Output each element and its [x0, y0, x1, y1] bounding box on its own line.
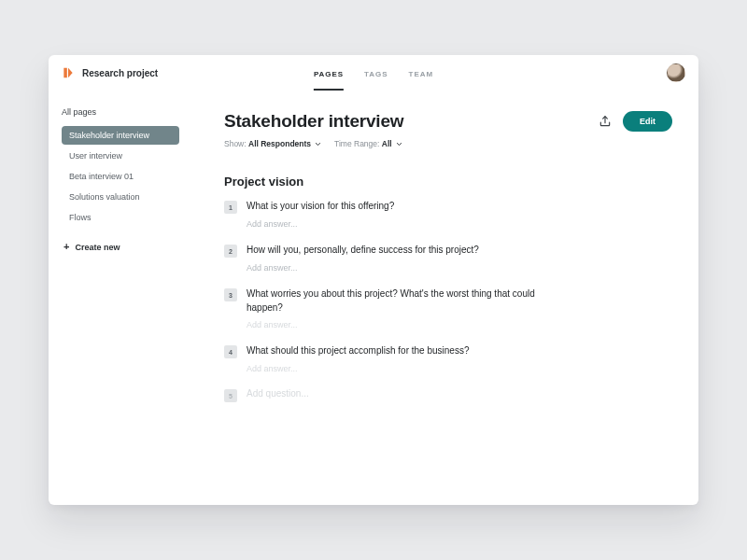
filter-time-value: All: [382, 139, 392, 148]
question-number: 3: [224, 288, 237, 301]
sidebar: All pages Stakeholder interview User int…: [49, 91, 189, 505]
create-new-label: Create new: [75, 243, 120, 252]
body: All pages Stakeholder interview User int…: [49, 91, 698, 505]
sidebar-item-beta-interview-01[interactable]: Beta interview 01: [62, 167, 179, 186]
question-number: 4: [224, 345, 237, 358]
share-icon[interactable]: [599, 115, 612, 128]
top-bar: Research project PAGES TAGS TEAM: [49, 55, 698, 91]
sidebar-item-user-interview[interactable]: User interview: [62, 147, 179, 165]
add-question-input[interactable]: Add question...: [247, 388, 309, 399]
title-row: Stakeholder interview Edit: [224, 111, 672, 132]
filter-show-dropdown[interactable]: All Respondents: [248, 139, 321, 148]
brand: Research project: [62, 66, 158, 79]
question-text: What worries you about this project? Wha…: [247, 287, 545, 315]
sidebar-item-stakeholder-interview[interactable]: Stakeholder interview: [62, 126, 179, 145]
question-row: 2 How will you, personally, define succe…: [224, 244, 672, 258]
question-text: How will you, personally, define success…: [247, 244, 479, 258]
filter-time-dropdown[interactable]: All: [382, 139, 402, 148]
tab-tags[interactable]: TAGS: [364, 55, 388, 91]
plus-icon: +: [63, 242, 69, 252]
question-number: 5: [224, 389, 237, 402]
filter-show-value: All Respondents: [248, 139, 311, 148]
question-number: 2: [224, 245, 237, 258]
tab-team[interactable]: TEAM: [409, 55, 434, 91]
question-row: 4 What should this project accomplish fo…: [224, 344, 672, 358]
chevron-down-icon: [315, 141, 321, 147]
project-title: Research project: [82, 68, 158, 78]
section-title: Project vision: [224, 175, 672, 189]
page-title: Stakeholder interview: [224, 111, 403, 132]
filter-show: Show: All Respondents: [224, 139, 321, 148]
create-new-button[interactable]: + Create new: [62, 238, 179, 256]
sidebar-item-solutions-valuation[interactable]: Solutions valuation: [62, 188, 179, 206]
title-actions: Edit: [599, 111, 672, 132]
logo-icon: [62, 66, 75, 79]
nav-tabs: PAGES TAGS TEAM: [314, 55, 433, 91]
avatar[interactable]: [667, 63, 685, 82]
question-number: 1: [224, 201, 237, 214]
add-question-row: 5 Add question...: [224, 388, 672, 402]
filter-time: Time Range: All: [334, 139, 402, 148]
question-text: What is your vision for this offering?: [247, 200, 394, 214]
add-answer-input[interactable]: Add answer...: [247, 219, 672, 229]
question-text: What should this project accomplish for …: [247, 344, 469, 358]
question-row: 3 What worries you about this project? W…: [224, 287, 672, 315]
sidebar-item-flows[interactable]: Flows: [62, 208, 179, 227]
filters-row: Show: All Respondents Time Range: All: [224, 139, 672, 148]
chevron-down-icon: [396, 141, 402, 147]
filter-time-label: Time Range:: [334, 139, 379, 148]
edit-button[interactable]: Edit: [623, 111, 672, 132]
main-content: Stakeholder interview Edit Show: All Res…: [189, 91, 698, 505]
app-window: Research project PAGES TAGS TEAM All pag…: [49, 55, 698, 505]
tab-pages[interactable]: PAGES: [314, 55, 344, 91]
add-answer-input[interactable]: Add answer...: [247, 320, 672, 329]
filter-show-label: Show:: [224, 139, 247, 148]
sidebar-all-pages[interactable]: All pages: [62, 107, 179, 117]
question-row: 1 What is your vision for this offering?: [224, 200, 672, 214]
add-answer-input[interactable]: Add answer...: [247, 263, 672, 273]
add-answer-input[interactable]: Add answer...: [247, 364, 672, 373]
